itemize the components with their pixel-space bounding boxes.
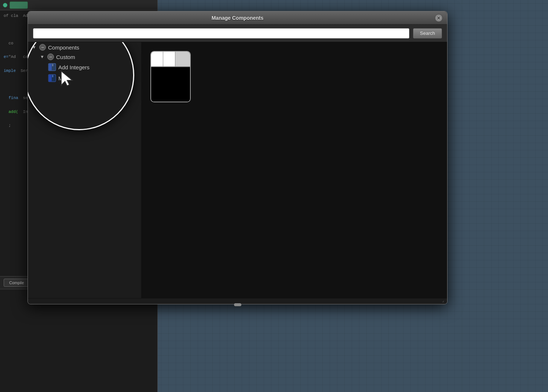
zoom-tree: ▼ − Components ▼ − Custom	[32, 43, 127, 84]
cursor-arrow	[60, 70, 74, 88]
svg-rect-10	[52, 64, 53, 66]
dialog-toolbar: Search	[28, 25, 447, 42]
svg-marker-14	[61, 71, 72, 86]
svg-rect-13	[52, 75, 53, 77]
manage-components-dialog: Manage Components × Search ▼ − Component…	[28, 11, 447, 304]
dialog-title: Manage Components	[212, 15, 264, 21]
preview-panel	[142, 42, 447, 298]
compile-button[interactable]: Compile	[4, 279, 29, 287]
dialog-body: ▼ − Components ▼ − Custom Add Integer	[28, 42, 447, 298]
search-input[interactable]	[33, 28, 409, 39]
zoom-circle: ▼ − Components ▼ − Custom	[28, 42, 134, 130]
tree-panel: ▼ − Components ▼ − Custom Add Integer	[28, 42, 142, 298]
svg-rect-9	[49, 64, 52, 70]
dialog-titlebar: Manage Components ×	[28, 11, 447, 25]
dialog-bottombar: ⌟	[28, 298, 447, 304]
search-button[interactable]: Search	[413, 28, 442, 39]
svg-rect-12	[49, 75, 52, 81]
resize-handle[interactable]: ⌟	[442, 298, 444, 303]
component-preview	[150, 51, 191, 102]
close-button[interactable]: ×	[435, 14, 443, 22]
editor-topbar	[0, 0, 157, 10]
close-icon: ×	[437, 15, 441, 21]
